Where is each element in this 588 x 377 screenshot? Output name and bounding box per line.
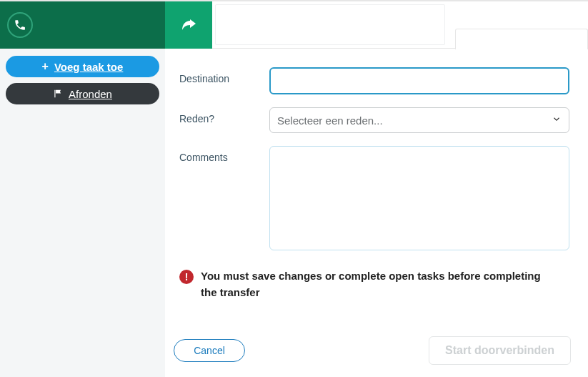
sidebar: + Voeg taak toe Afronden (0, 1, 165, 377)
chevron-down-icon (552, 114, 562, 127)
warning-text: You must save changes or complete open t… (201, 268, 544, 300)
reason-placeholder: Selecteer een reden... (277, 114, 383, 127)
start-transfer-button: Start doorverbinden (429, 336, 571, 365)
comments-label: Comments (179, 146, 269, 163)
reason-select[interactable]: Selecteer een reden... (269, 107, 569, 133)
tab-chip (215, 4, 445, 45)
tab-spacer (212, 1, 588, 48)
cancel-button[interactable]: Cancel (174, 339, 245, 362)
sidebar-header (0, 1, 165, 49)
add-task-label: Voeg taak toe (54, 61, 123, 73)
call-icon[interactable] (7, 12, 33, 38)
content-area: Destination Reden? Selecteer een reden..… (165, 1, 588, 377)
flag-icon (53, 89, 63, 99)
transfer-form: Destination Reden? Selecteer een reden..… (165, 49, 588, 331)
tab-bar (165, 1, 588, 49)
forward-arrow-icon (180, 16, 197, 34)
comments-textarea[interactable] (269, 146, 569, 250)
finish-button[interactable]: Afronden (6, 83, 159, 104)
tab-chip-secondary (455, 29, 588, 49)
plus-icon: + (42, 61, 49, 72)
sidebar-body: + Voeg taak toe Afronden (0, 49, 165, 377)
add-task-button[interactable]: + Voeg taak toe (6, 56, 159, 77)
warning-banner: ! You must save changes or complete open… (179, 268, 569, 300)
warning-icon: ! (179, 270, 194, 284)
destination-label: Destination (179, 67, 269, 84)
finish-label: Afronden (69, 88, 112, 100)
destination-input[interactable] (269, 67, 569, 94)
reason-label: Reden? (179, 107, 269, 124)
footer: Cancel Start doorverbinden (165, 331, 588, 377)
tab-transfer[interactable] (165, 1, 212, 49)
